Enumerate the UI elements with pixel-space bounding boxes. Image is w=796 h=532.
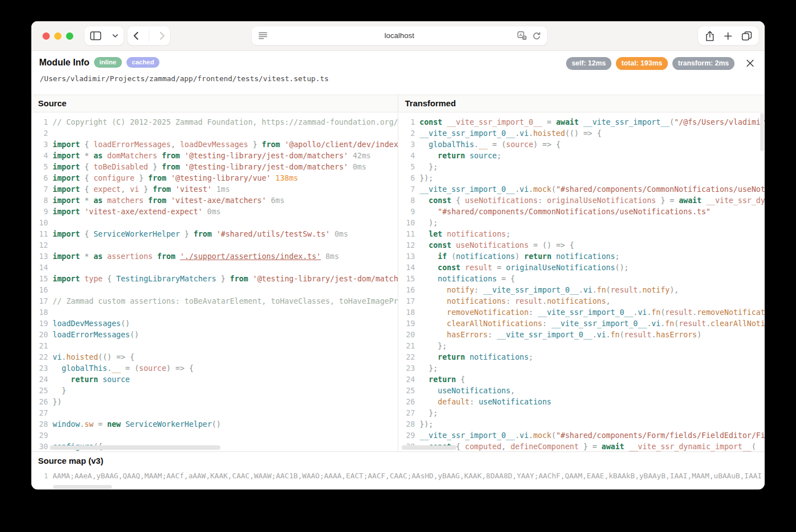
code-text: window.sw = new ServiceWorkerHelper(): [53, 418, 398, 430]
code-text: import { loadErrorMessages, loadDevMessa…: [53, 139, 398, 150]
code-text: const useNotifications = () => {: [420, 239, 765, 251]
inline-badge: inline: [94, 57, 122, 68]
translate-icon[interactable]: Aa: [517, 31, 527, 40]
code-line: 21: [31, 340, 398, 351]
code-text: // Copyright (C) 2012-2025 Zammad Founda…: [53, 116, 398, 128]
import-duration: 42ms: [352, 151, 371, 160]
line-number: 21: [31, 340, 48, 351]
line-number: 26: [398, 396, 415, 407]
line-number: 16: [31, 284, 48, 295]
code-text: [53, 407, 398, 418]
line-number: 25: [31, 385, 48, 396]
code-line: 18: [31, 307, 398, 318]
close-icon[interactable]: [745, 58, 756, 69]
line-number: 19: [398, 318, 415, 329]
sourcemap-horizontal-scrollbar[interactable]: [53, 485, 112, 489]
timing-badges: self: 12ms total: 193ms transform: 2ms: [566, 57, 734, 70]
line-number: 8: [398, 195, 415, 206]
close-window-button[interactable]: [43, 32, 50, 40]
toolbar-right-buttons: [698, 26, 759, 45]
code-text: }): [53, 396, 398, 407]
code-line: 29: [31, 430, 398, 441]
sidebar-icon[interactable]: [90, 31, 101, 40]
code-text: return source;: [420, 150, 765, 161]
transformed-vertical-scrollbar[interactable]: [760, 113, 764, 151]
line-number: 13: [398, 251, 415, 262]
code-line: 24 return source: [31, 374, 398, 385]
code-line: 14: [31, 262, 398, 273]
transform-time-badge: transform: 2ms: [672, 57, 734, 70]
code-text: "#shared/components/CommonNotifications/…: [420, 206, 765, 217]
back-icon[interactable]: [133, 32, 138, 40]
code-line: 8 const { useNotifications: originalUseN…: [398, 195, 765, 206]
chevron-down-icon[interactable]: [112, 34, 118, 37]
address-bar[interactable]: localhost Aa: [252, 26, 547, 45]
line-number: 17: [31, 295, 48, 307]
svg-text:A: A: [519, 32, 522, 37]
code-line: 10 );: [398, 217, 765, 228]
line-number: 5: [398, 161, 415, 172]
code-text: removeNotification: __vite_ssr_import_0_…: [420, 307, 765, 318]
code-line: 20 hasErrors: __vite_ssr_import_0__.vi.f…: [398, 329, 765, 340]
share-icon[interactable]: [705, 31, 714, 41]
page-title: Module Info: [39, 58, 90, 68]
line-number: 20: [31, 329, 48, 340]
source-horizontal-scrollbar[interactable]: [50, 445, 220, 450]
code-text: globalThis.__ = (source) => {: [420, 139, 765, 150]
transformed-pane: Transformed 1const __vite_ssr_import_0__…: [398, 95, 765, 451]
code-line: 3import { loadErrorMessages, loadDevMess…: [31, 139, 398, 150]
code-line: 1const __vite_ssr_import_0__ = await __v…: [398, 116, 765, 128]
import-duration: 0ms: [352, 162, 366, 171]
code-text: [53, 239, 398, 251]
code-text: const __vite_ssr_import_0__ = await __vi…: [420, 116, 765, 128]
code-text: };: [420, 407, 765, 418]
svg-text:a: a: [524, 35, 526, 39]
code-text: import * as domMatchers from '@testing-l…: [53, 150, 398, 161]
new-tab-icon[interactable]: [724, 32, 732, 40]
code-line: 29__vite_ssr_import_0__.vi.mock("#shared…: [398, 430, 765, 441]
code-text: [53, 217, 398, 228]
url-text[interactable]: localhost: [252, 31, 547, 40]
code-line: 23 };: [398, 362, 765, 374]
transformed-horizontal-scrollbar[interactable]: [402, 445, 456, 450]
line-number: 28: [31, 418, 48, 430]
reload-icon[interactable]: [533, 32, 541, 40]
transformed-pane-title: Transformed: [398, 95, 765, 112]
line-number: 18: [31, 307, 48, 318]
transformed-code-editor[interactable]: 1const __vite_ssr_import_0__ = await __v…: [398, 112, 765, 451]
code-line: 20loadErrorMessages(): [31, 329, 398, 340]
line-number: 15: [398, 273, 415, 284]
code-line: 4 return source;: [398, 150, 765, 161]
line-number: 1: [31, 116, 48, 128]
module-info-header: Module Info inline cached self: 12ms tot…: [31, 51, 765, 95]
code-text: notifications: result.notifications,: [420, 295, 765, 307]
code-line: 28});: [398, 418, 765, 430]
source-code-editor[interactable]: 1// Copyright (C) 2012-2025 Zammad Found…: [31, 112, 398, 451]
self-time-badge: self: 12ms: [566, 57, 611, 70]
code-line: 14 const result = originalUseNotificatio…: [398, 262, 765, 273]
line-number: 24: [31, 374, 48, 385]
zoom-window-button[interactable]: [66, 32, 73, 40]
code-line: 12 const useNotifications = () => {: [398, 239, 765, 251]
sidebar-button-group: [84, 26, 124, 45]
module-title-row: Module Info inline cached: [39, 57, 159, 68]
minimize-window-button[interactable]: [54, 32, 62, 40]
code-text: );: [420, 217, 765, 228]
total-time-badge: total: 193ms: [616, 57, 668, 70]
code-text: loadErrorMessages(): [53, 329, 398, 340]
code-text: [53, 128, 398, 139]
code-text: const { computed, defineComponent } = aw…: [420, 441, 765, 451]
tab-overview-icon[interactable]: [742, 31, 752, 41]
code-line: 8import * as matchers from 'vitest-axe/m…: [31, 195, 398, 206]
line-number: 17: [398, 295, 415, 307]
code-line: 17// Zammad custom assertions: toBeAvata…: [31, 295, 398, 307]
code-text: import * as matchers from 'vitest-axe/ma…: [53, 195, 398, 206]
code-line: 24 return {: [398, 374, 765, 385]
line-number: 10: [398, 217, 415, 228]
import-duration: 0ms: [207, 207, 220, 216]
import-duration: 0ms: [335, 229, 348, 238]
code-text: import { ServiceWorkerHelper } from '#sh…: [53, 228, 398, 239]
code-line: 17 notifications: result.notifications,: [398, 295, 765, 307]
forward-icon[interactable]: [160, 32, 165, 40]
import-duration: 8ms: [326, 252, 339, 261]
